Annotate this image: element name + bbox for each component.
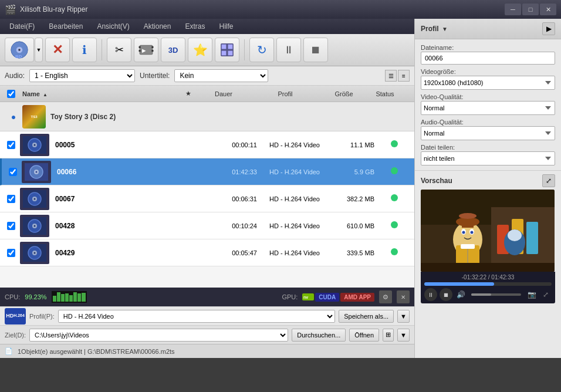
svg-point-30 (34, 225, 36, 227)
menu-hilfe[interactable]: Hilfe (212, 21, 240, 32)
select-all-checkbox[interactable] (7, 90, 15, 98)
preview-expand-button[interactable]: ⤢ (542, 174, 555, 187)
row-profile: HD - H.264 Video (259, 195, 330, 202)
profil-form: Dateiname: Videogröße: 1920x1080 (hd1080… (415, 39, 561, 170)
screenshot-icon[interactable]: 📷 (526, 289, 538, 300)
star-button[interactable]: ⭐ (188, 38, 212, 62)
videogrosse-select[interactable]: 1920x1080 (hd1080) 1280x720 (hd720) 720x… (421, 76, 555, 90)
window-controls: ─ □ ✕ (505, 4, 556, 15)
svg-point-22 (36, 171, 38, 173)
datei-teilen-group: Datei teilen: nicht teilen nach Zeit nac… (421, 144, 555, 165)
3d-button[interactable]: 3D (161, 38, 185, 62)
row-checkbox[interactable] (7, 222, 15, 230)
cpu-label: CPU: (5, 293, 20, 300)
svg-rect-12 (228, 45, 233, 49)
header-profil[interactable]: Profil (250, 90, 320, 97)
film-button[interactable]: ▶ (134, 38, 158, 62)
row-profile: HD - H.264 Video (259, 141, 330, 148)
add-disc-button[interactable]: BD (5, 38, 34, 62)
menu-datei[interactable]: Datei(F) (2, 21, 42, 32)
cuda-button[interactable]: CUDA (315, 293, 339, 302)
effect-button[interactable] (215, 38, 239, 62)
dateiname-input[interactable] (421, 52, 555, 65)
row-checkbox-cell (2, 222, 20, 230)
videogrosse-label: Videogröße: (421, 68, 555, 75)
row-checkbox[interactable] (7, 195, 15, 203)
stop-button[interactable]: ⏹ (303, 38, 328, 62)
file-list[interactable]: ● TS3 Toy Story 3 (Disc 2) (0, 102, 414, 288)
header-star[interactable]: ★ (180, 90, 197, 97)
svg-text:nv: nv (303, 295, 308, 299)
menu-bearbeiten[interactable]: Bearbeiten (42, 21, 90, 32)
svg-rect-6 (139, 50, 141, 52)
file-row[interactable]: 00429 00:05:47 HD - H.264 Video 339.5 MB (0, 239, 414, 266)
progress-bar[interactable] (424, 282, 552, 286)
maximize-button[interactable]: □ (522, 4, 539, 15)
row-status (377, 140, 412, 149)
file-icon: 📄 (5, 347, 13, 355)
row-checkbox[interactable] (7, 141, 15, 149)
browse-button[interactable]: Durchsuchen... (292, 329, 346, 342)
svg-rect-53 (461, 244, 475, 249)
minimize-button[interactable]: ─ (505, 4, 521, 15)
svg-rect-7 (151, 46, 153, 48)
menu-aktionen[interactable]: Aktionen (137, 21, 178, 32)
audioqualitat-select[interactable]: Normal Hoch Niedrig (421, 126, 555, 140)
expand-button[interactable]: ▶ (542, 22, 555, 35)
nvidia-icon: nv (302, 293, 314, 300)
volume-slider[interactable] (471, 293, 521, 296)
audioqualitat-label: Audio-Qualität: (421, 119, 555, 126)
stop-preview-button[interactable]: ⏹ (440, 288, 452, 301)
svg-point-49 (462, 231, 465, 234)
dest-dropdown[interactable]: ▼ (397, 329, 410, 342)
file-row[interactable]: 00428 00:10:24 HD - H.264 Video 610.0 MB (0, 212, 414, 239)
play-pause-button[interactable]: ⏸ (424, 288, 437, 301)
row-checkbox[interactable] (9, 168, 17, 176)
progress-fill (424, 282, 494, 286)
header-checkbox-cell (2, 90, 20, 98)
row-size: 5.9 GB (330, 168, 377, 175)
detail-view-button[interactable]: ≡ (398, 70, 410, 82)
datei-teilen-select[interactable]: nicht teilen nach Zeit nach Größe (421, 151, 555, 165)
file-row[interactable]: 00067 00:06:31 HD - H.264 Video 382.2 MB (0, 185, 414, 212)
row-size: 11.1 MB (330, 141, 377, 148)
save-profile-dropdown[interactable]: ▼ (397, 310, 410, 323)
merge-button[interactable]: ⊞ (383, 329, 394, 342)
header-status[interactable]: Status (367, 90, 403, 97)
pause-button[interactable]: ⏸ (276, 38, 301, 62)
delete-button[interactable]: ✕ (45, 38, 70, 62)
file-row[interactable]: 00066 01:42:33 HD - H.264 Video 5.9 GB (0, 158, 414, 185)
save-profile-button[interactable]: Speichern als... (339, 310, 394, 323)
row-thumbnail (20, 188, 49, 210)
open-button[interactable]: Öffnen (349, 329, 379, 342)
row-checkbox[interactable] (7, 249, 15, 257)
info-button[interactable]: ℹ (72, 38, 97, 62)
gpu-settings-button[interactable]: ⚙ (379, 290, 392, 303)
close-button[interactable]: ✕ (540, 4, 556, 15)
amd-button[interactable]: AMD APP (340, 293, 374, 302)
audio-select[interactable]: 1 - English (29, 69, 135, 82)
close-cpu-button[interactable]: ✕ (397, 290, 410, 303)
fullscreen-icon[interactable]: ⤢ (540, 289, 552, 300)
row-duration: 00:05:47 (207, 249, 259, 256)
menu-extras[interactable]: Extras (178, 21, 212, 32)
status-text: 1Objekt(e) ausgewählt | G:\BDM\STREAM\00… (18, 348, 175, 355)
videoqualitat-select[interactable]: Normal Hoch Niedrig (421, 101, 555, 115)
header-grosse[interactable]: Größe (320, 90, 367, 97)
add-disc-dropdown[interactable]: ▼ (35, 38, 43, 62)
convert-button[interactable]: ↻ (249, 38, 274, 62)
list-view-button[interactable]: ☰ (385, 70, 397, 82)
row-size: 610.0 MB (330, 222, 377, 229)
main-container: Datei(F) Bearbeiten Ansicht(V) Aktionen … (0, 19, 561, 358)
table-header: Name ▲ ★ Dauer Profil Größe Status (0, 86, 414, 102)
profile-select[interactable]: HD - H.264 Video (58, 310, 336, 323)
file-row[interactable]: 00005 00:00:11 HD - H.264 Video 11.1 MB (0, 131, 414, 158)
row-filename: 00067 (53, 195, 189, 203)
cut-button[interactable]: ✂ (107, 38, 131, 62)
dest-select[interactable]: C:\Users\jyj\Videos (29, 329, 288, 342)
menu-ansicht[interactable]: Ansicht(V) (90, 21, 136, 32)
header-name[interactable]: Name ▲ (20, 90, 180, 97)
header-dauer[interactable]: Dauer (197, 90, 250, 97)
datei-teilen-label: Datei teilen: (421, 144, 555, 151)
subtitle-select[interactable]: Kein (174, 69, 268, 82)
